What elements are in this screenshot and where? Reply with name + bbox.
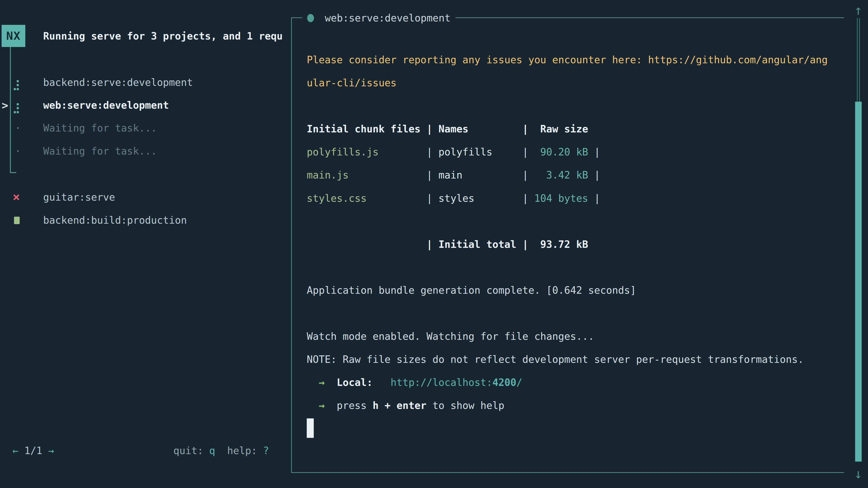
task-tree-corner — [10, 172, 16, 173]
pipe-separator: | — [522, 164, 528, 187]
arrow-right-icon: → — [319, 400, 325, 411]
panel-title-text: web:serve:development — [325, 6, 451, 30]
help-hint-keys: h + enter — [373, 400, 426, 411]
dot-icon: · — [15, 140, 21, 163]
dot-icon: · — [15, 117, 21, 140]
spinner-icon — [13, 80, 16, 83]
localhost-link[interactable]: http://localhost:4200/ — [391, 377, 522, 388]
sidebar: NX Running serve for 3 projects, and 1 r… — [0, 0, 291, 488]
help-hint-prefix: press — [337, 400, 373, 411]
col-header-names: Names — [438, 118, 522, 140]
sidebar-item-web-serve[interactable]: web:serve:development — [43, 94, 169, 117]
total-label: Initial total — [438, 233, 522, 256]
arrow-right-icon: → — [319, 377, 325, 388]
chunk-file: styles.css — [307, 187, 427, 210]
cross-icon: × — [13, 186, 20, 209]
chunk-file: polyfills.js — [307, 140, 427, 164]
task-tree-line — [10, 47, 11, 173]
quit-key: q — [209, 445, 215, 456]
sidebar-item-guitar-serve[interactable]: guitar:serve — [43, 186, 115, 209]
pipe-separator: | — [522, 140, 528, 164]
pipe-separator: | — [588, 187, 600, 210]
sidebar-item-backend-serve[interactable]: backend:serve:development — [43, 71, 193, 94]
pipe-separator: | — [427, 140, 438, 164]
pipe-separator: | — [522, 233, 528, 256]
port-number: 4200 — [492, 377, 516, 388]
table-total-row: |Initial total|93.72 kB — [307, 233, 588, 256]
pipe-separator: | — [427, 118, 438, 140]
chunk-file: main.js — [307, 164, 427, 187]
help-hint-suffix: to show help — [427, 400, 504, 411]
total-size: 93.72 kB — [528, 233, 588, 256]
help-key: ? — [263, 445, 269, 456]
output-panel: web:serve:development Please consider re… — [291, 18, 844, 473]
pipe-separator: | — [427, 164, 438, 187]
sidebar-title: Running serve for 3 projects, and 1 requ — [43, 25, 289, 48]
scroll-down-arrow-icon[interactable]: ↓ — [852, 466, 865, 482]
table-row: polyfills.js|polyfills|90.20 kB| — [307, 140, 600, 164]
chunk-size: 90.20 kB — [528, 140, 588, 164]
chunk-table-header: Initial chunk files|Names|Raw size — [307, 118, 588, 140]
sidebar-item-backend-build[interactable]: backend:build:production — [43, 209, 187, 232]
local-url-line: →Local:http://localhost:4200/ — [307, 371, 522, 394]
issue-notice-line-1: Please consider reporting any issues you… — [307, 48, 828, 71]
status-dot-icon — [307, 14, 314, 22]
chunk-size: 104 bytes — [528, 187, 588, 210]
chunk-name: main — [438, 164, 522, 187]
pipe-separator: | — [522, 187, 528, 210]
col-header-files: Initial chunk files — [307, 118, 427, 140]
pipe-separator: | — [522, 118, 528, 140]
chunk-size: 3.42 kB — [528, 164, 588, 187]
issue-notice-line-2: ular-cli/issues — [307, 71, 397, 94]
pipe-separator: | — [427, 233, 438, 256]
selected-task-caret-icon: > — [0, 94, 9, 117]
square-icon — [14, 217, 20, 224]
pipe-separator: | — [588, 164, 600, 187]
panel-title: web:serve:development — [302, 6, 456, 30]
quit-label: quit: — [174, 445, 203, 456]
chunk-name: styles — [438, 187, 522, 210]
scroll-up-arrow-icon[interactable]: ↑ — [852, 2, 865, 18]
chunk-name: polyfills — [438, 140, 522, 164]
help-hint-line: →press h + enter to show help — [307, 394, 504, 417]
hotkey-bar: quit:qhelp:? — [0, 439, 269, 462]
pipe-separator: | — [588, 140, 600, 164]
sidebar-item-waiting-2[interactable]: Waiting for task... — [43, 140, 157, 163]
nx-logo: NX — [2, 25, 25, 47]
spinner-icon — [13, 103, 16, 105]
sidebar-item-waiting-1[interactable]: Waiting for task... — [43, 117, 157, 140]
help-label: help: — [227, 445, 257, 456]
bundle-complete-message: Application bundle generation complete. … — [307, 279, 636, 302]
watch-mode-message: Watch mode enabled. Watching for file ch… — [307, 325, 594, 348]
scrollbar-thumb[interactable] — [855, 102, 862, 462]
col-header-size: Raw size — [528, 118, 588, 140]
table-row: main.js|main|3.42 kB| — [307, 164, 600, 187]
note-message: NOTE: Raw file sizes do not reflect deve… — [307, 348, 804, 371]
table-row: styles.css|styles|104 bytes| — [307, 187, 600, 210]
pipe-separator: | — [427, 187, 438, 210]
terminal-cursor — [307, 418, 314, 438]
local-label: Local: — [337, 377, 373, 388]
